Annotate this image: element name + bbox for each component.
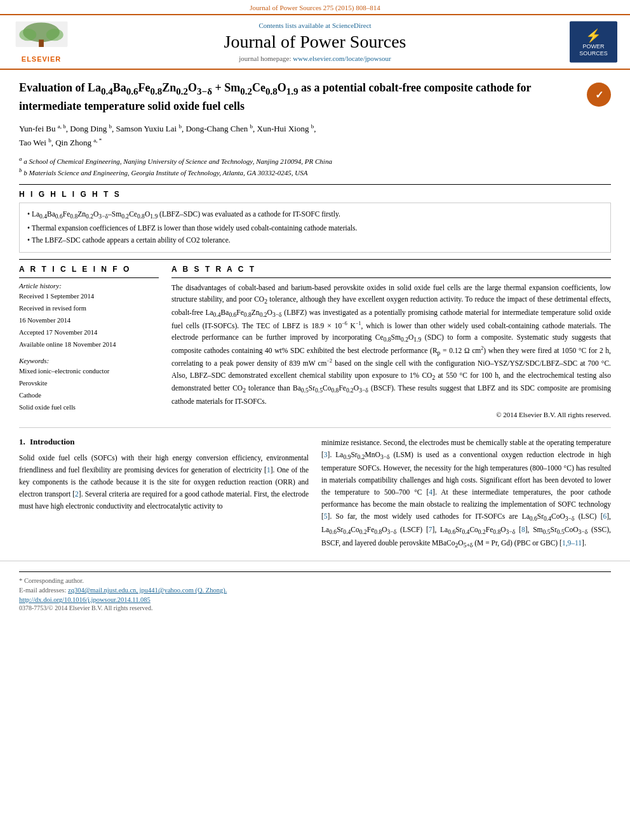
svg-point-4 (46, 29, 63, 41)
divider-after-highlights (19, 259, 611, 260)
keyword-2: Perovskite (19, 380, 47, 387)
section-divider (19, 427, 611, 428)
abstract-column: A B S T R A C T The disadvantages of cob… (171, 265, 611, 418)
abstract-text: The disadvantages of cobalt-based and ba… (171, 282, 611, 407)
ref-7[interactable]: 7 (429, 526, 432, 533)
journal-ref: Journal of Power Sources 275 (2015) 808–… (250, 4, 380, 11)
ref-5[interactable]: 5 (324, 512, 328, 520)
highlight-item-2: Thermal expansion coefficiences of LBFZ … (27, 222, 603, 235)
top-bar: Journal of Power Sources 275 (2015) 808–… (0, 0, 630, 14)
authors: Yun-fei Bu a, b, Dong Ding b, Samson Yux… (19, 122, 611, 150)
accepted-date: Accepted 17 November 2014 (19, 329, 97, 336)
crossmark-icon: ✓ (587, 83, 611, 107)
ref-1[interactable]: 1 (267, 466, 271, 474)
ref-3[interactable]: 3 (324, 451, 328, 458)
highlights-list: La0.4Ba0.6Fe0.8Zn0.2O3−δ–Sm0.2Ce0.8O1.9 … (27, 208, 603, 247)
journal-title-heading: Journal of Power Sources (224, 32, 406, 52)
ref-1-9-11[interactable]: 1,9–11 (562, 539, 582, 547)
footer-divider-top (19, 571, 611, 572)
introduction-left: 1. Introduction Solid oxide fuel cells (… (19, 437, 309, 550)
intro-text-right: minimize resistance. Second, the electro… (321, 437, 611, 550)
email-note: E-mail addresses: zq304@mail.njust.edu.c… (19, 587, 611, 594)
keyword-3: Cathode (19, 392, 41, 399)
footer-section: * Corresponding author. E-mail addresses… (0, 561, 630, 617)
article-body: Evaluation of La0.4Ba0.6Fe0.8Zn0.2O3−δ +… (0, 70, 630, 561)
highlights-title: H I G H L I G H T S (19, 190, 611, 199)
ref-8[interactable]: 8 (521, 526, 525, 533)
homepage-link[interactable]: www.elsevier.com/locate/jpowsour (293, 55, 391, 62)
email-link[interactable]: zq304@mail.njust.edu.cn, jpu441@yahoo.co… (68, 587, 227, 594)
article-info-title: A R T I C L E I N F O (19, 265, 159, 274)
bolt-icon: ⚡ (586, 27, 601, 43)
corresponding-author-note: * Corresponding author. (19, 577, 611, 584)
highlights-section: H I G H L I G H T S La0.4Ba0.6Fe0.8Zn0.2… (19, 190, 611, 253)
sciencedirect-link[interactable]: ScienceDirect (332, 22, 372, 29)
page-wrapper: Journal of Power Sources 275 (2015) 808–… (0, 0, 630, 617)
keyword-4: Solid oxide fuel cells (19, 404, 76, 411)
elsevier-logo: ELSEVIER (13, 22, 70, 63)
ref-4[interactable]: 4 (429, 488, 432, 496)
crossmark-badge[interactable]: ✓ (587, 83, 611, 107)
article-title-section: Evaluation of La0.4Ba0.6Fe0.8Zn0.2O3−δ +… (19, 80, 611, 114)
introduction-right: minimize resistance. Second, the electro… (321, 437, 611, 550)
svg-rect-2 (39, 39, 44, 47)
highlight-item-1: La0.4Ba0.6Fe0.8Zn0.2O3−δ–Sm0.2Ce0.8O1.9 … (27, 208, 603, 222)
divider-after-affiliations (19, 184, 611, 185)
and-word: and (342, 539, 353, 547)
abstract-title: A B S T R A C T (171, 265, 611, 274)
section-title: Introduction (30, 437, 75, 446)
highlights-box: La0.4Ba0.6Fe0.8Zn0.2O3−δ–Sm0.2Ce0.8O1.9 … (19, 203, 611, 253)
copyright: © 2014 Elsevier B.V. All rights reserved… (171, 411, 611, 418)
keywords-label: Keywords: (19, 357, 159, 364)
highlight-item-3: The LBFZ–SDC cathode appears a certain a… (27, 234, 603, 247)
keyword-1: Mixed ionic–electronic conductor (19, 368, 109, 375)
available-date: Available online 18 November 2014 (19, 341, 116, 348)
article-info-divider (19, 277, 159, 278)
introduction-section: 1. Introduction Solid oxide fuel cells (… (19, 437, 611, 550)
journal-logo-right: ⚡ POWERSOURCES (570, 22, 617, 63)
revised-date: 16 November 2014 (19, 317, 70, 324)
info-dates: Received 1 September 2014 Received in re… (19, 291, 159, 350)
journal-homepage: journal homepage: www.elsevier.com/locat… (224, 55, 406, 62)
revised-label: Received in revised form (19, 305, 86, 312)
affiliations: a a School of Chemical Engineering, Nanj… (19, 155, 611, 178)
received-date: Received 1 September 2014 (19, 293, 94, 300)
svg-point-3 (19, 29, 36, 41)
section-number: 1. (19, 437, 25, 446)
elsevier-wordmark: ELSEVIER (22, 55, 61, 63)
journal-header: ELSEVIER Contents lists available at Sci… (0, 14, 630, 70)
ref-6[interactable]: 6 (603, 512, 607, 520)
abstract-divider (171, 277, 611, 278)
email-label: E-mail addresses: (19, 587, 66, 594)
introduction-heading: 1. Introduction (19, 437, 309, 447)
article-title: Evaluation of La0.4Ba0.6Fe0.8Zn0.2O3−δ +… (19, 80, 580, 114)
keywords-list: Mixed ionic–electronic conductor Perovsk… (19, 366, 159, 414)
ref-2[interactable]: 2 (75, 490, 79, 498)
article-info-column: A R T I C L E I N F O Article history: R… (19, 265, 159, 418)
history-label: Article history: (19, 282, 159, 290)
ps-logo-text: POWERSOURCES (579, 43, 608, 57)
journal-center: Contents lists available at ScienceDirec… (224, 22, 406, 62)
contents-link: Contents lists available at ScienceDirec… (224, 22, 406, 29)
two-column-section: A R T I C L E I N F O Article history: R… (19, 265, 611, 418)
intro-text-left: Solid oxide fuel cells (SOFCs) with thei… (19, 452, 309, 512)
doi-link[interactable]: http://dx.doi.org/10.1016/j.jpowsour.201… (19, 596, 611, 603)
issn-text: 0378-7753/© 2014 Elsevier B.V. All right… (19, 604, 611, 611)
